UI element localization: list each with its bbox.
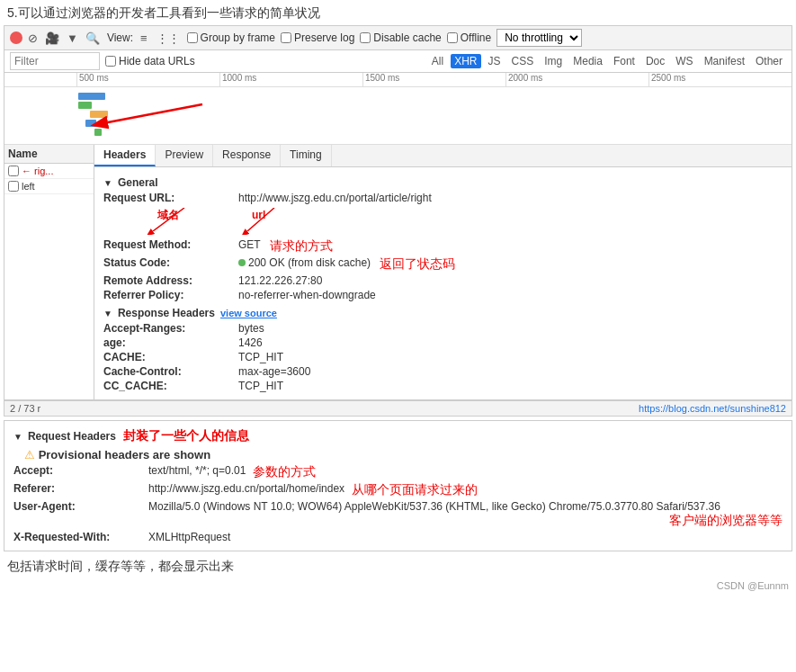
accept-ranges-val: bytes xyxy=(238,322,264,335)
tab-response[interactable]: Response xyxy=(213,145,281,166)
csdn-link: https://blog.csdn.net/sunshine812 xyxy=(639,403,786,414)
row-checkbox-rig[interactable] xyxy=(8,166,19,176)
ruler-tick-5: 2500 ms xyxy=(648,73,792,86)
view-label: View: xyxy=(107,31,133,44)
cache-row: CACHE: TCP_HIT xyxy=(103,351,783,363)
disable-cache-checkbox[interactable]: Disable cache xyxy=(360,31,441,44)
cc-cache-key: CC_CACHE: xyxy=(103,380,238,392)
remote-address-row: Remote Address: 121.22.226.27:80 xyxy=(103,274,783,287)
record-icon[interactable] xyxy=(10,31,22,44)
timeline-bars xyxy=(4,89,792,144)
cache-val: TCP_HIT xyxy=(238,351,283,363)
filter-img[interactable]: Img xyxy=(541,54,566,68)
status-code-annotation: 返回了状态码 xyxy=(380,256,455,273)
request-method-key: Request Method: xyxy=(103,238,238,255)
toolbar-icons: ⊘ 🎥 ▼ 🔍 xyxy=(10,31,102,46)
referrer-policy-key: Referrer Policy: xyxy=(103,289,238,301)
req-name-left: left xyxy=(22,181,35,192)
requests-panel: Name ← rig... left xyxy=(4,145,94,399)
ruler-tick-0 xyxy=(4,73,76,86)
useragent-annotation: 客户端的浏览器等等 xyxy=(669,513,783,529)
request-headers-section: ▼ Request Headers 封装了一些个人的信息 ⚠ Provision… xyxy=(4,420,792,551)
offline-checkbox[interactable]: Offline xyxy=(447,31,491,44)
timeline-rulers: 500 ms 1000 ms 1500 ms 2000 ms 2500 ms xyxy=(4,73,792,87)
requests-header: Name xyxy=(4,145,94,164)
tab-timing[interactable]: Timing xyxy=(281,145,332,166)
domain-url-arrows: 域名 url xyxy=(103,208,373,235)
accept-row: Accept: text/html, */*; q=0.01 参数的方式 xyxy=(13,464,783,480)
warning-icon: ⚠ xyxy=(24,448,35,461)
filter-other[interactable]: Other xyxy=(752,54,786,68)
ruler-tick-3: 1500 ms xyxy=(362,73,505,86)
filter-bar: Hide data URLs All XHR JS CSS Img Media … xyxy=(4,50,792,73)
req-headers-section-title: ▼ Request Headers xyxy=(13,430,116,443)
name-col-header: Name xyxy=(8,148,90,160)
ruler-tick-2: 1000 ms xyxy=(219,73,362,86)
accept-val: text/html, */*; q=0.01 xyxy=(148,464,246,480)
filter-media[interactable]: Media xyxy=(569,54,606,68)
x-requested-with-val: XMLHttpRequest xyxy=(148,531,230,543)
status-code-key: Status Code: xyxy=(103,256,238,273)
filter-icon[interactable]: ▼ xyxy=(65,31,80,46)
preserve-log-checkbox[interactable]: Preserve log xyxy=(281,31,354,44)
filter-manifest[interactable]: Manifest xyxy=(701,54,748,68)
provisional-warning: ⚠ Provisional headers are shown xyxy=(24,448,783,461)
filter-all[interactable]: All xyxy=(428,54,447,68)
hide-data-urls-checkbox[interactable]: Hide data URLs xyxy=(105,55,195,67)
domain-url-arrow-area: 域名 url xyxy=(103,208,783,235)
request-count: 2 / 73 r xyxy=(10,403,40,414)
cache-control-row: Cache-Control: max-age=3600 xyxy=(103,365,783,378)
table-row[interactable]: ← rig... xyxy=(4,164,94,179)
table-row[interactable]: left xyxy=(4,179,94,194)
tab-headers[interactable]: Headers xyxy=(94,145,156,166)
grid-view-icon[interactable]: ⋮⋮ xyxy=(155,31,182,46)
req-name-rig: ← rig... xyxy=(22,166,53,176)
user-agent-val: Mozilla/5.0 (Windows NT 10.0; WOW64) App… xyxy=(148,500,720,513)
bottom-bar: 2 / 73 r https://blog.csdn.net/sunshine8… xyxy=(4,400,792,416)
svg-text:域名: 域名 xyxy=(157,209,179,221)
row-checkbox-left[interactable] xyxy=(8,181,19,192)
request-url-key: Request URL: xyxy=(103,192,238,204)
camera-icon[interactable]: 🎥 xyxy=(43,31,61,46)
list-view-icon[interactable]: ≡ xyxy=(139,31,149,46)
ruler-tick-4: 2000 ms xyxy=(505,73,648,86)
cache-control-val: max-age=3600 xyxy=(238,365,310,378)
status-code-row: Status Code: 200 OK (from disk cache) 返回… xyxy=(103,256,783,273)
filter-font[interactable]: Font xyxy=(610,54,639,68)
request-method-row: Request Method: GET 请求的方式 xyxy=(103,238,783,255)
x-requested-with-row: X-Requested-With: XMLHttpRequest xyxy=(13,531,783,543)
req-triangle-icon: ▼ xyxy=(13,432,22,442)
throttle-select[interactable]: No throttling xyxy=(496,29,582,47)
filter-doc[interactable]: Doc xyxy=(642,54,668,68)
age-key: age: xyxy=(103,336,238,349)
tab-preview[interactable]: Preview xyxy=(156,145,213,166)
filter-input[interactable] xyxy=(10,52,100,70)
resp-triangle-icon: ▼ xyxy=(103,309,112,318)
view-source-link[interactable]: view source xyxy=(220,308,277,318)
bottom-note: 包括请求时间，缓存等等，都会显示出来 xyxy=(0,555,796,578)
referer-val: http://www.jszg.edu.cn/portal/home/index xyxy=(148,482,344,498)
filter-ws[interactable]: WS xyxy=(672,54,696,68)
user-agent-row: User-Agent: Mozilla/5.0 (Windows NT 10.0… xyxy=(13,500,783,513)
accept-ranges-key: Accept-Ranges: xyxy=(103,322,238,335)
csdn-watermark: CSDN @Eunnm xyxy=(0,578,796,593)
referer-row: Referer: http://www.jszg.edu.cn/portal/h… xyxy=(13,482,783,498)
filter-css[interactable]: CSS xyxy=(508,54,538,68)
filter-xhr[interactable]: XHR xyxy=(451,54,480,68)
stop-icon[interactable]: ⊘ xyxy=(26,31,40,46)
svg-text:url: url xyxy=(252,209,265,221)
detail-tabs: Headers Preview Response Timing xyxy=(94,145,792,167)
toolbar: ⊘ 🎥 ▼ 🔍 View: ≡ ⋮⋮ Group by frame Preser… xyxy=(4,26,792,50)
request-url-val: http://www.jszg.edu.cn/portal/article/ri… xyxy=(238,192,432,204)
remote-address-val: 121.22.226.27:80 xyxy=(238,274,322,287)
search-icon[interactable]: 🔍 xyxy=(84,31,102,46)
params-annotation: 参数的方式 xyxy=(253,464,316,480)
referrer-policy-val: no-referrer-when-downgrade xyxy=(238,289,376,301)
filter-js[interactable]: JS xyxy=(485,54,505,68)
ruler-tick-1: 500 ms xyxy=(76,73,219,86)
response-headers-title: ▼ Response Headers view source xyxy=(103,307,783,319)
remote-address-key: Remote Address: xyxy=(103,274,238,287)
group-by-frame-checkbox[interactable]: Group by frame xyxy=(187,31,275,44)
filter-types: All XHR JS CSS Img Media Font Doc WS Man… xyxy=(428,54,786,68)
accept-ranges-row: Accept-Ranges: bytes xyxy=(103,322,783,335)
